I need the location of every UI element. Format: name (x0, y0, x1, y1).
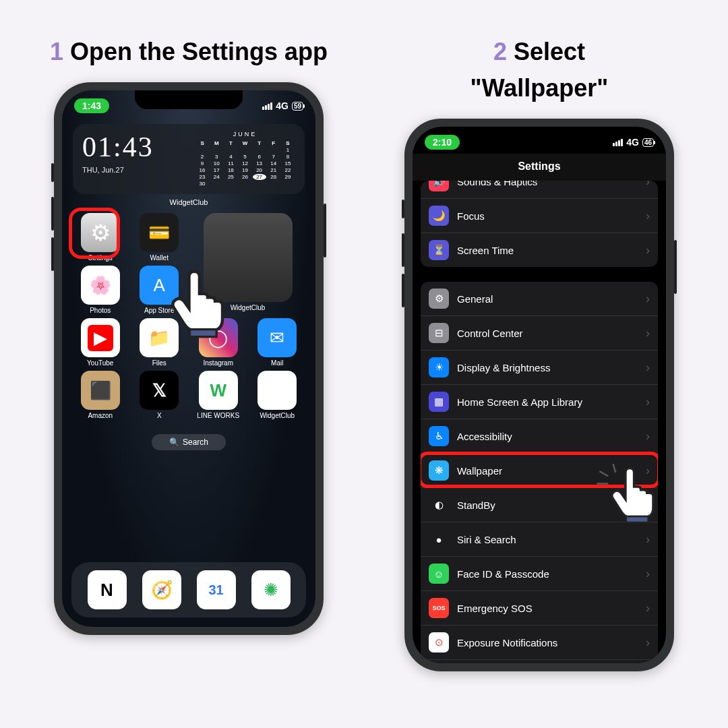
battery-indicator: 59 (292, 102, 303, 111)
app-instagram[interactable]: ◯ Instagram (192, 318, 245, 367)
settings-row-focus[interactable]: 🌙 Focus › (421, 199, 658, 233)
status-time: 2:10 (425, 135, 460, 150)
settings-row-home-screen-app-library[interactable]: ▦ Home Screen & App Library › (421, 385, 658, 419)
chevron-right-icon: › (646, 464, 650, 478)
step-2-heading: 2 Select"Wallpaper" (471, 34, 609, 107)
settings-row-screen-time[interactable]: ⏳ Screen Time › (421, 233, 658, 267)
search-icon: 🔍 (169, 437, 179, 447)
settings-row-siri-search[interactable]: ● Siri & Search › (421, 522, 658, 557)
phone-right: 2:10 4G 46 Settings 🔊 Sounds & Haptics ›… (404, 119, 674, 671)
clock-calendar-widget[interactable]: 01:43 THU, Jun.27 JUNE SMTWTFS 1 2345678… (73, 124, 305, 194)
phone-left: 1:43 4G 59 01:43 THU, Jun.27 JUNE SMTWTF… (54, 82, 324, 635)
chevron-right-icon: › (646, 292, 650, 306)
chevron-right-icon: › (646, 395, 650, 409)
chevron-right-icon: › (646, 181, 650, 189)
settings-title: Settings (413, 154, 666, 181)
chevron-right-icon: › (646, 636, 650, 650)
dock-app-notion[interactable]: N (88, 570, 127, 609)
step-1-heading: 1 Open the Settings app (50, 34, 328, 70)
settings-row-face-id-passcode[interactable]: ☺ Face ID & Passcode › (421, 557, 658, 591)
app-files[interactable]: 📁 Files (133, 318, 186, 367)
settings-row-accessibility[interactable]: ♿︎ Accessibility › (421, 419, 658, 454)
settings-row-wallpaper[interactable]: ❋ Wallpaper › (421, 454, 658, 488)
app-appstore[interactable]: A App Store (133, 266, 186, 314)
settings-row-exposure-notifications[interactable]: ⊙ Exposure Notifications › (421, 626, 658, 660)
widget-label: WidgetClub (62, 198, 315, 206)
chevron-right-icon: › (646, 498, 650, 512)
battery-indicator: 46 (642, 138, 654, 147)
chevron-right-icon: › (646, 243, 650, 257)
dock-app-safari[interactable]: 🧭 (142, 570, 181, 609)
app-mail[interactable]: ✉ Mail (251, 318, 304, 367)
app-photos[interactable]: 🌸 Photos (74, 266, 127, 314)
signal-icon (262, 102, 272, 110)
app-wallet[interactable]: 💳 Wallet (133, 213, 186, 262)
chevron-right-icon: › (646, 601, 650, 615)
app-widgetclub[interactable]: ▦ WidgetClub (251, 371, 304, 419)
network-label: 4G (626, 137, 639, 148)
settings-row-sounds-haptics[interactable]: 🔊 Sounds & Haptics › (421, 181, 658, 199)
settings-row-display-brightness[interactable]: ☀ Display & Brightness › (421, 351, 658, 385)
app-youtube[interactable]: ▶ YouTube (74, 318, 127, 367)
signal-icon (613, 139, 623, 146)
chevron-right-icon: › (646, 533, 650, 547)
settings-row-standby[interactable]: ◐ StandBy › (421, 488, 658, 522)
settings-row-general[interactable]: ⚙︎ General › (421, 282, 658, 316)
chevron-right-icon: › (646, 567, 650, 581)
widget-widgetclub[interactable]: WidgetClub (192, 213, 303, 314)
network-label: 4G (276, 100, 289, 111)
app-settings[interactable]: ⚙︎ Settings (74, 213, 127, 262)
settings-row-emergency-sos[interactable]: SOS Emergency SOS › (421, 591, 658, 626)
dock-app-4[interactable]: ✺ (251, 570, 291, 609)
chevron-right-icon: › (646, 429, 650, 444)
dock: N 🧭 31 ✺ (71, 562, 306, 617)
status-time: 1:43 (74, 98, 109, 113)
app-lineworks[interactable]: W LINE WORKS (192, 371, 245, 419)
chevron-right-icon: › (646, 361, 650, 375)
settings-row-control-center[interactable]: ⊟ Control Center › (421, 316, 658, 351)
search-button[interactable]: 🔍Search (152, 434, 226, 450)
app-amazon[interactable]: ⬛ Amazon (74, 371, 127, 419)
app-x[interactable]: 𝕏 X (133, 371, 186, 419)
dock-app-calendar[interactable]: 31 (197, 570, 236, 609)
settings-row-battery[interactable]: ▮ Battery › (421, 660, 658, 663)
chevron-right-icon: › (646, 326, 650, 340)
chevron-right-icon: › (646, 209, 650, 223)
